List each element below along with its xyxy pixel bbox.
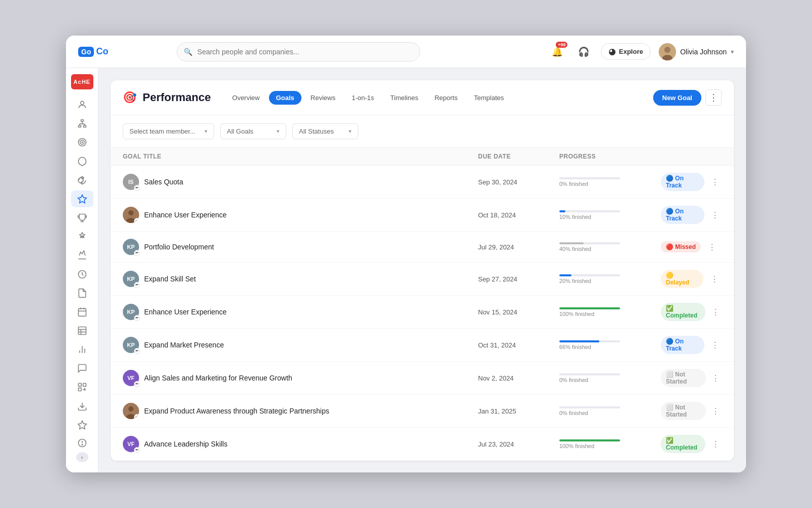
svg-rect-5 xyxy=(78,126,81,128)
sidebar-item-calendar[interactable] xyxy=(71,304,93,321)
table-row[interactable]: KP ✏ Expand Skill Set Sep 27, 2024 20% f… xyxy=(111,263,734,296)
new-goal-button[interactable]: New Goal xyxy=(653,90,701,106)
row-menu-button[interactable]: ⋮ xyxy=(708,338,722,352)
progress-label: 20% finished xyxy=(559,278,661,284)
sidebar-item-apps[interactable] xyxy=(71,379,93,396)
sidebar-expand-button[interactable]: › xyxy=(76,452,88,462)
progress-bar-wrap xyxy=(559,210,620,212)
tab-reports[interactable]: Reports xyxy=(427,91,465,105)
tab-templates[interactable]: Templates xyxy=(467,91,511,105)
table-row[interactable]: ✏ Expand Product Awareness through Strat… xyxy=(111,395,734,428)
edit-icon: ✏ xyxy=(134,185,140,191)
row-menu-button[interactable]: ⋮ xyxy=(709,305,722,319)
sidebar-item-performance[interactable] xyxy=(71,190,93,207)
table-row[interactable]: IS ✏ Sales Quota Sep 30, 2024 0% finishe… xyxy=(111,166,734,199)
table-row[interactable]: ✏ Enhance User Experience Oct 18, 2024 1… xyxy=(111,199,734,232)
status-cell: 🔵 On Track ⋮ xyxy=(661,173,722,191)
chevron-down-icon: ▾ xyxy=(731,48,734,55)
headset-button[interactable]: 🎧 xyxy=(574,43,593,61)
bell-icon: 🔔 xyxy=(552,46,563,57)
user-menu[interactable]: Olivia Johnson ▾ xyxy=(659,43,734,60)
row-menu-button[interactable]: ⋮ xyxy=(710,404,722,418)
avatar: ✏ xyxy=(123,207,139,223)
row-menu-button[interactable]: ⋮ xyxy=(708,175,722,189)
due-date: Jul 23, 2024 xyxy=(478,440,514,448)
sidebar-item-org[interactable] xyxy=(71,115,93,132)
avatar: KP ✏ xyxy=(123,271,139,287)
sidebar-item-analytics[interactable] xyxy=(71,341,93,358)
tab-goals[interactable]: Goals xyxy=(269,91,301,105)
goal-name: Expand Skill Set xyxy=(144,275,196,283)
row-menu-button[interactable]: ⋮ xyxy=(707,272,722,286)
table-row[interactable]: VF ✏ Advance Leadership Skills Jul 23, 2… xyxy=(111,428,734,461)
goal-name: Sales Quota xyxy=(144,178,183,186)
sidebar-item-benefits[interactable] xyxy=(71,153,93,170)
goal-cell: KP ✏ Expand Market Presence xyxy=(123,337,478,353)
sidebar-item-downloads[interactable] xyxy=(71,398,93,415)
sidebar-item-time[interactable] xyxy=(71,266,93,282)
row-menu-button[interactable]: ⋮ xyxy=(710,371,722,385)
due-date-cell: Oct 18, 2024 xyxy=(478,210,559,219)
table-row[interactable]: VF ✏ Align Sales and Marketing for Reven… xyxy=(111,362,734,395)
progress-bar-wrap xyxy=(559,274,620,276)
svg-rect-17 xyxy=(78,308,86,316)
user-avatar xyxy=(659,43,676,60)
search-input[interactable] xyxy=(177,42,420,61)
progress-label: 0% finished xyxy=(559,410,661,416)
progress-label: 66% finished xyxy=(559,344,661,350)
row-menu-button[interactable]: ⋮ xyxy=(708,208,722,222)
table-row[interactable]: KP ✏ Portfolio Development Jul 29, 2024 … xyxy=(111,232,734,263)
tab-overview[interactable]: Overview xyxy=(225,91,267,105)
due-date: Nov 2, 2024 xyxy=(478,374,514,382)
chevron-down-icon: ▾ xyxy=(277,128,280,135)
col-goal-title: Goal Title xyxy=(123,153,478,160)
progress-bar-wrap xyxy=(559,177,620,179)
sidebar-item-people[interactable] xyxy=(71,97,93,113)
search-icon: 🔍 xyxy=(184,48,192,56)
status-cell: 🔵 On Track ⋮ xyxy=(661,206,722,224)
team-member-filter[interactable]: Select team member... ▾ xyxy=(123,123,214,139)
sidebar-item-messages[interactable] xyxy=(71,360,93,377)
tab-reviews[interactable]: Reviews xyxy=(303,91,343,105)
goal-name: Enhance User Experience xyxy=(144,308,227,316)
status-filter[interactable]: All Statuses ▾ xyxy=(292,123,358,139)
avatar: VF ✏ xyxy=(123,370,139,386)
avatar: KP ✏ xyxy=(123,239,139,255)
tab-1on1s[interactable]: 1-on-1s xyxy=(345,91,381,105)
progress-bar-wrap xyxy=(559,439,620,441)
progress-cell: 66% finished xyxy=(559,340,661,350)
sidebar-item-dashboard[interactable] xyxy=(71,434,93,451)
sidebar-item-goals-nav[interactable] xyxy=(71,134,93,151)
sidebar-item-ai[interactable] xyxy=(71,228,93,245)
performance-icon: 🎯 xyxy=(123,91,137,104)
sidebar-item-pto[interactable] xyxy=(71,247,93,264)
sidebar-item-favorites[interactable] xyxy=(71,417,93,433)
due-date-cell: Nov 15, 2024 xyxy=(478,307,559,316)
due-date: Sep 27, 2024 xyxy=(478,275,517,283)
table-row[interactable]: KP ✏ Expand Market Presence Oct 31, 2024… xyxy=(111,329,734,362)
sidebar-item-achievements[interactable] xyxy=(71,209,93,226)
status-badge: ⬜ Not Started xyxy=(661,369,706,387)
progress-label: 0% finished xyxy=(559,181,661,187)
more-options-button[interactable]: ⋮ xyxy=(705,89,722,106)
app-logo[interactable]: Go Co xyxy=(78,46,108,57)
sidebar-item-reports-nav[interactable] xyxy=(71,323,93,339)
tab-timelines[interactable]: Timelines xyxy=(383,91,425,105)
goal-cell: KP ✏ Enhance User Experience xyxy=(123,304,478,320)
acme-logo[interactable]: AcHE xyxy=(71,74,93,89)
status-badge: 🔴 Missed xyxy=(661,241,701,252)
sidebar-item-sync[interactable] xyxy=(71,172,93,188)
ellipsis-icon: ⋮ xyxy=(709,92,718,103)
logo-go: Go xyxy=(78,47,94,57)
explore-button[interactable]: ◕ Explore xyxy=(601,43,651,60)
notifications-button[interactable]: 🔔 +99 xyxy=(548,43,566,61)
row-menu-button[interactable]: ⋮ xyxy=(705,240,719,254)
row-menu-button[interactable]: ⋮ xyxy=(709,437,722,451)
avatar: KP ✏ xyxy=(123,337,139,353)
sidebar-item-documents[interactable] xyxy=(71,285,93,302)
team-member-filter-label: Select team member... xyxy=(129,128,195,135)
table-header: Goal Title Due Date Progress xyxy=(111,148,734,166)
goals-filter[interactable]: All Goals ▾ xyxy=(220,123,286,139)
due-date: Oct 31, 2024 xyxy=(478,341,516,349)
table-row[interactable]: KP ✏ Enhance User Experience Nov 15, 202… xyxy=(111,296,734,329)
